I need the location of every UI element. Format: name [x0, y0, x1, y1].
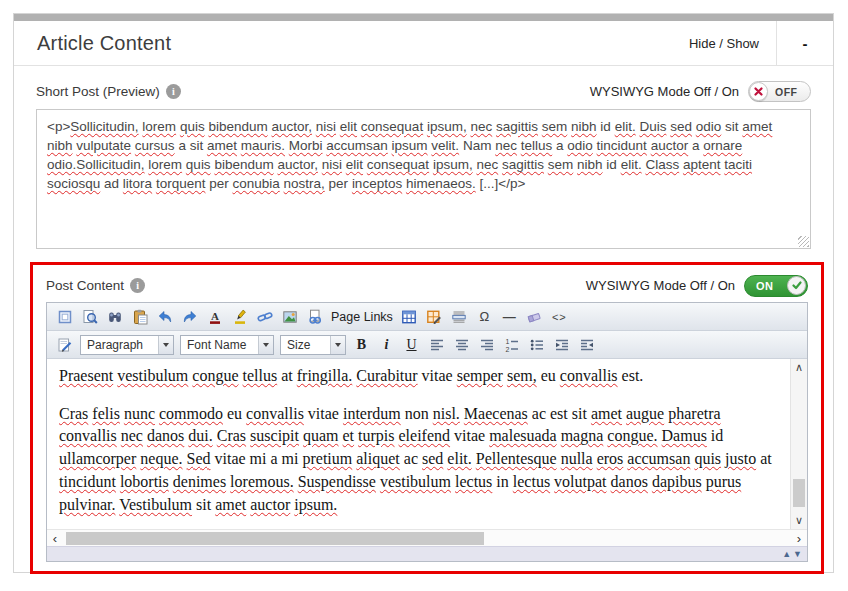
scroll-left-arrow[interactable]: ‹ — [47, 531, 63, 546]
wysiwyg-mode-label: WYSIWYG Mode Off / On — [590, 84, 739, 99]
special-character-icon[interactable]: Ω — [473, 305, 496, 328]
outdent-icon[interactable] — [575, 333, 598, 356]
horizontal-scroll-thumb[interactable] — [66, 532, 484, 545]
panel-header: Article Content Hide / Show - — [14, 21, 833, 66]
paragraph-format-select[interactable]: Paragraph — [80, 335, 174, 355]
toggle-off-text: OFF — [775, 86, 798, 98]
post-content-section: Post Content i WYSIWYG Mode Off / On ON — [30, 262, 824, 574]
editor-paragraph[interactable]: Praesent vestibulum congue tellus at fri… — [59, 365, 778, 388]
align-right-icon[interactable] — [475, 333, 498, 356]
editor-shrink-icon[interactable]: ▼ — [793, 550, 802, 559]
underline-icon[interactable]: U — [400, 333, 423, 356]
editor-grow-icon[interactable]: ▲ — [782, 550, 791, 559]
editor-paragraph[interactable]: Cras felis nunc commodo eu convallis vit… — [59, 403, 778, 517]
toolbar-row-2: Paragraph Font Name Size B i U 12 — [47, 331, 807, 359]
short-post-textarea[interactable]: <p>Sollicitudin, lorem quis bibendum auc… — [36, 109, 811, 249]
insert-link-icon[interactable] — [253, 305, 276, 328]
svg-text:2: 2 — [505, 345, 509, 352]
align-center-icon[interactable] — [450, 333, 473, 356]
article-content-panel: Article Content Hide / Show - Short Post… — [13, 13, 834, 573]
preview-icon[interactable] — [78, 305, 101, 328]
insert-image-icon[interactable] — [278, 305, 301, 328]
info-icon[interactable]: i — [166, 84, 181, 99]
font-color-icon[interactable]: A — [203, 305, 226, 328]
editor-resize-bar: ▲ ▼ — [47, 546, 807, 561]
paste-icon[interactable] — [128, 305, 151, 328]
wysiwyg-editor: A Page Links Ω — <> Paragraph — [46, 302, 808, 562]
align-left-icon[interactable] — [425, 333, 448, 356]
row-properties-icon[interactable] — [448, 305, 471, 328]
horizontal-scrollbar[interactable]: ‹ › — [47, 529, 807, 546]
toggle-on-text: ON — [756, 280, 774, 292]
page-links-button[interactable]: Page Links — [327, 310, 397, 324]
svg-text:1: 1 — [505, 338, 509, 345]
vertical-scrollbar[interactable]: ∧ ∨ — [790, 359, 807, 529]
collapse-button[interactable]: - — [776, 21, 833, 65]
remove-formatting-icon[interactable] — [523, 305, 546, 328]
scroll-up-arrow[interactable]: ∧ — [795, 359, 803, 376]
info-icon[interactable]: i — [130, 278, 145, 293]
redo-icon[interactable] — [178, 305, 201, 328]
short-post-label-row: Short Post (Preview) i WYSIWYG Mode Off … — [36, 79, 811, 104]
toggle-x-icon — [749, 82, 768, 101]
panel-title: Article Content — [14, 32, 171, 55]
unordered-list-icon[interactable] — [525, 333, 548, 356]
chevron-down-icon — [158, 336, 173, 354]
page-link-icon[interactable] — [303, 305, 326, 328]
source-code-icon[interactable]: <> — [548, 305, 571, 328]
post-content-label: Post Content — [46, 278, 124, 293]
table-properties-icon[interactable] — [423, 305, 446, 328]
insert-table-icon[interactable] — [398, 305, 421, 328]
italic-icon[interactable]: i — [375, 333, 398, 356]
scroll-right-arrow[interactable]: › — [791, 531, 807, 546]
fullscreen-icon[interactable] — [53, 305, 76, 328]
wysiwyg-toggle-on[interactable]: ON — [744, 275, 808, 297]
undo-icon[interactable] — [153, 305, 176, 328]
textarea-resize-grip[interactable] — [798, 236, 809, 247]
font-name-select[interactable]: Font Name — [180, 335, 274, 355]
horizontal-rule-icon[interactable]: — — [498, 305, 521, 328]
hide-show-link[interactable]: Hide / Show — [689, 36, 776, 51]
bold-icon[interactable]: B — [350, 333, 373, 356]
chevron-down-icon — [258, 336, 273, 354]
wysiwyg-toggle-off[interactable]: OFF — [748, 81, 811, 102]
find-icon[interactable] — [103, 305, 126, 328]
post-content-label-row: Post Content i WYSIWYG Mode Off / On ON — [46, 273, 808, 298]
toolbar-row-1: A Page Links Ω — <> — [47, 303, 807, 331]
wysiwyg-mode-label: WYSIWYG Mode Off / On — [586, 278, 735, 293]
chevron-down-icon — [330, 336, 345, 354]
indent-icon[interactable] — [550, 333, 573, 356]
ordered-list-icon[interactable]: 12 — [500, 333, 523, 356]
vertical-scroll-thumb[interactable] — [793, 479, 805, 507]
toggle-check-icon — [787, 276, 806, 295]
short-post-label: Short Post (Preview) — [36, 84, 160, 99]
panel-top-accent-bar — [14, 14, 833, 21]
font-size-select[interactable]: Size — [280, 335, 346, 355]
editor-content-area: Praesent vestibulum congue tellus at fri… — [47, 359, 807, 529]
editor-paragraphs[interactable]: Praesent vestibulum congue tellus at fri… — [47, 359, 790, 529]
svg-text:A: A — [211, 310, 219, 322]
highlight-color-icon[interactable] — [228, 305, 251, 328]
scroll-down-arrow[interactable]: ∨ — [795, 512, 803, 529]
spellcheck-edit-icon[interactable] — [53, 333, 76, 356]
